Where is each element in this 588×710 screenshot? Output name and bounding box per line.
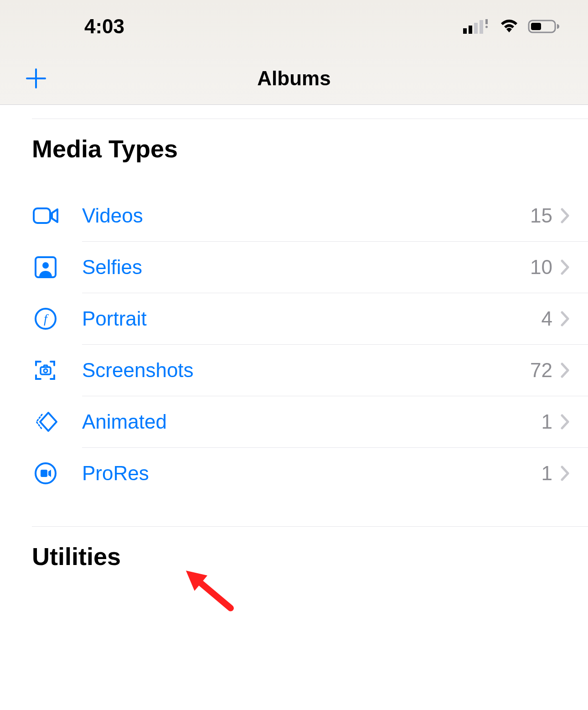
svg-rect-1 (469, 26, 472, 34)
wifi-icon (499, 19, 520, 34)
row-label: Animated (82, 410, 542, 433)
row-screenshots[interactable]: Screenshots 72 (0, 345, 588, 396)
chevron-right-icon (561, 363, 570, 378)
row-videos[interactable]: Videos 15 (0, 190, 588, 241)
nav-title: Albums (257, 67, 330, 90)
row-label: Selfies (82, 256, 530, 279)
svg-rect-15 (41, 367, 51, 374)
svg-point-12 (42, 262, 49, 269)
selfies-icon (32, 254, 59, 281)
nav-bar: Albums (0, 52, 588, 105)
status-bar: 4:03 (0, 0, 588, 52)
portrait-icon: f (32, 305, 59, 332)
row-prores[interactable]: ProRes 1 (0, 448, 588, 499)
svg-rect-18 (41, 470, 47, 477)
screenshots-icon (32, 357, 59, 384)
row-count: 4 (542, 307, 552, 330)
svg-text:f: f (44, 311, 49, 326)
video-icon (32, 202, 59, 229)
row-count: 1 (542, 410, 552, 433)
cellular-icon (463, 19, 490, 34)
chevron-right-icon (561, 311, 570, 326)
section-title-media-types: Media Types (0, 119, 588, 172)
row-count: 72 (530, 359, 552, 382)
content: Media Types Videos 15 (0, 105, 588, 580)
row-label: Screenshots (82, 359, 530, 382)
svg-rect-0 (463, 28, 467, 34)
row-count: 15 (530, 204, 552, 227)
svg-rect-7 (531, 23, 541, 30)
svg-rect-2 (474, 23, 478, 34)
row-count: 1 (542, 462, 552, 485)
svg-point-16 (44, 369, 47, 373)
add-button[interactable] (25, 67, 47, 89)
media-types-list: Videos 15 Selfies 10 (0, 190, 588, 499)
svg-line-19 (197, 580, 231, 608)
svg-rect-10 (34, 208, 50, 223)
row-portrait[interactable]: f Portrait 4 (0, 293, 588, 344)
chevron-right-icon (561, 259, 570, 275)
animated-icon (32, 408, 59, 435)
row-label: Portrait (82, 307, 542, 330)
svg-rect-3 (480, 20, 483, 34)
row-label: Videos (82, 204, 530, 227)
svg-point-5 (485, 26, 488, 28)
chevron-right-icon (561, 208, 570, 223)
status-icons (463, 19, 561, 34)
row-selfies[interactable]: Selfies 10 (0, 242, 588, 293)
svg-rect-4 (485, 19, 488, 24)
chevron-right-icon (561, 466, 570, 481)
row-count: 10 (530, 256, 552, 279)
battery-icon (528, 19, 561, 34)
row-animated[interactable]: Animated 1 (0, 396, 588, 447)
chevron-right-icon (561, 414, 570, 430)
prores-icon (32, 460, 59, 487)
row-label: ProRes (82, 462, 542, 485)
status-time: 4:03 (84, 15, 124, 38)
section-title-utilities: Utilities (0, 527, 588, 580)
